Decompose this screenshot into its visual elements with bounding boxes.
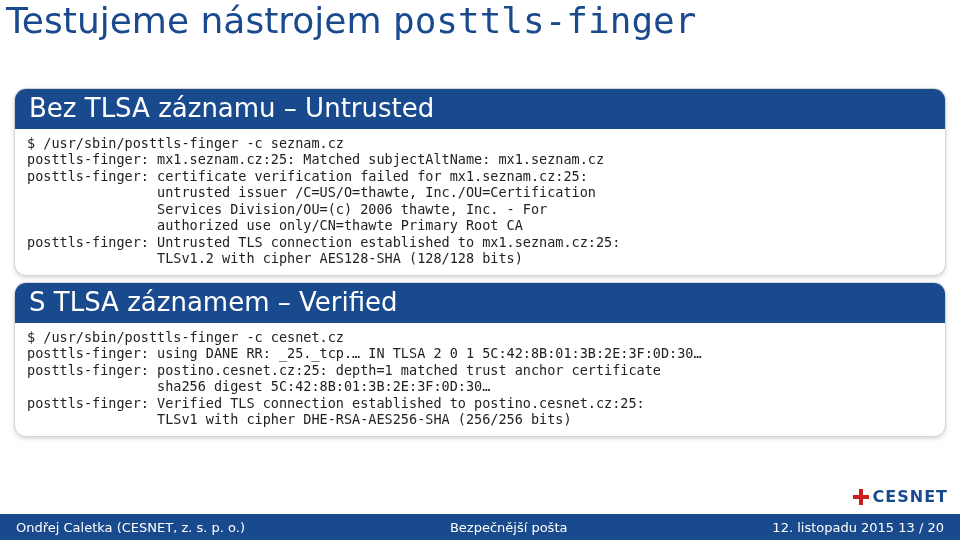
title-part-b: posttls-finger (393, 0, 696, 41)
footer-bar: Ondřej Caletka (CESNET, z. s. p. o.) Bez… (0, 514, 960, 540)
title-part-a: Testujeme nástrojem (6, 0, 393, 41)
footer-title: Bezpečnější pošta (261, 520, 756, 535)
logo-text: CESNET (873, 487, 948, 506)
block-untrusted: Bez TLSA záznamu – Untrusted $ /usr/sbin… (14, 88, 946, 276)
block-verified-heading: S TLSA záznamem – Verified (15, 283, 945, 323)
cesnet-logo: CESNET (853, 487, 948, 506)
block-untrusted-terminal: $ /usr/sbin/posttls-finger -c seznam.cz … (15, 129, 945, 275)
plus-icon (853, 489, 869, 505)
slide-title: Testujeme nástrojem posttls-finger (0, 0, 696, 47)
block-verified-terminal: $ /usr/sbin/posttls-finger -c cesnet.cz … (15, 323, 945, 436)
slide-page: Testujeme nástrojem posttls-finger Bez T… (0, 0, 960, 540)
footer-author: Ondřej Caletka (CESNET, z. s. p. o.) (0, 520, 261, 535)
block-verified: S TLSA záznamem – Verified $ /usr/sbin/p… (14, 282, 946, 437)
block-untrusted-heading: Bez TLSA záznamu – Untrusted (15, 89, 945, 129)
footer-page: 12. listopadu 2015 13 / 20 (756, 520, 960, 535)
